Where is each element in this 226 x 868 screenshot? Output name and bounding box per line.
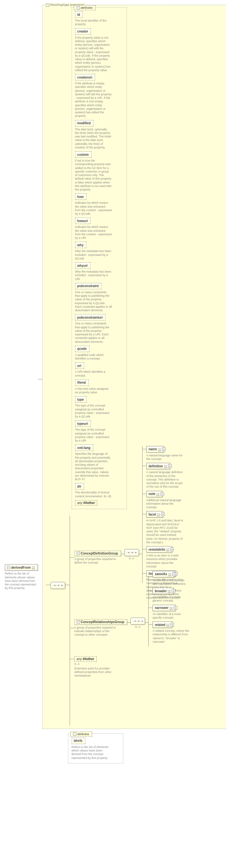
element-desc: A natural language definition of the sem… bbox=[146, 470, 183, 489]
multiline-icon bbox=[156, 492, 159, 496]
attr-dir[interactable]: dir bbox=[75, 483, 84, 490]
attr-desc: The directionality of textual content (e… bbox=[75, 491, 112, 498]
attr-desc: If the property value is not defined, sp… bbox=[75, 36, 112, 72]
extension-frame: − Flex1PropType (extension) − attributes… bbox=[42, 5, 226, 729]
root-desc: Refers to the ids of elements whose valu… bbox=[5, 572, 37, 590]
attr-desc: A qualified code which identifies a conc… bbox=[75, 353, 112, 361]
attr-desc: If set to true the corresponding propert… bbox=[75, 159, 112, 191]
attr-desc: One or many constraints that apply to pu… bbox=[75, 290, 112, 312]
attr-whyuri[interactable]: whyuri bbox=[75, 262, 90, 269]
concept-relationships-group[interactable]: − ConceptRelationshipsGroup bbox=[74, 619, 127, 625]
attr-desc: The type of the concept assigned as cont… bbox=[75, 404, 112, 418]
element-desc: Additional natural language information … bbox=[146, 499, 183, 509]
attr-id[interactable]: id bbox=[75, 11, 83, 18]
attr-desc: The type of the concept assigned as cont… bbox=[75, 428, 112, 442]
collapse-icon[interactable]: − bbox=[77, 620, 80, 623]
expand-icon[interactable]: + bbox=[160, 492, 164, 496]
attr-why[interactable]: why bbox=[75, 242, 86, 248]
attr-desc: Indicates by which means the value was e… bbox=[75, 201, 112, 216]
attr-desc: One or many constraints that apply to pu… bbox=[75, 322, 112, 344]
element-desc: In NAR 1.8 and later, facet is deprecate… bbox=[146, 519, 183, 544]
element-facet[interactable]: facet + bbox=[146, 511, 163, 518]
element-desc: An identifier of a concept with equivale… bbox=[152, 579, 189, 586]
attr-modified[interactable]: modified bbox=[75, 120, 94, 126]
attr-desc: Why the metadata has been included - exp… bbox=[75, 249, 112, 260]
attr-uri[interactable]: uri bbox=[75, 362, 84, 369]
multiline-icon bbox=[164, 464, 167, 468]
element-remoteInfo[interactable]: remoteInfo + bbox=[146, 546, 173, 553]
attr-desc: A URI which identifies a concept. bbox=[75, 370, 112, 377]
attr-qcode[interactable]: qcode bbox=[75, 346, 89, 352]
element-name[interactable]: name + bbox=[146, 446, 164, 453]
attr-literal[interactable]: literal bbox=[75, 379, 89, 386]
element-broader[interactable]: broader + bbox=[152, 588, 174, 594]
expand-icon[interactable]: + bbox=[162, 447, 166, 451]
attr-typeuri[interactable]: typeuri bbox=[75, 420, 91, 427]
multiline-icon bbox=[170, 606, 173, 610]
attr-type[interactable]: type bbox=[75, 396, 87, 403]
element-related[interactable]: related + bbox=[152, 621, 173, 628]
sequence-connector[interactable] bbox=[124, 549, 139, 556]
attr-howuri[interactable]: howuri bbox=[75, 218, 91, 224]
element-note[interactable]: note + bbox=[146, 491, 162, 497]
attr-pubconstraint[interactable]: pubconstraint bbox=[75, 283, 102, 289]
expand-icon[interactable]: + bbox=[173, 572, 176, 576]
attr-creatoruri[interactable]: creatoruri bbox=[75, 74, 96, 81]
concept-definition-group[interactable]: − ConceptDefinitionGroup bbox=[74, 551, 121, 556]
attr-xml:lang[interactable]: xml:lang bbox=[75, 444, 93, 451]
root-element-label: derivedFrom bbox=[11, 566, 31, 569]
attr-desc: A free-text value assigned as property v… bbox=[75, 387, 112, 395]
attributes-label[interactable]: − attributes bbox=[70, 732, 92, 737]
expand-icon[interactable]: + bbox=[172, 589, 175, 593]
diagram-root: − derivedFrom Refers to the ids of eleme… bbox=[5, 5, 221, 764]
attributes-label[interactable]: − attributes bbox=[74, 5, 96, 10]
attr-desc: If the attribute is empty, specifies whi… bbox=[75, 82, 112, 118]
collapse-icon[interactable]: − bbox=[73, 733, 76, 736]
any2-desc: Extension point for provider-defined pro… bbox=[74, 667, 116, 678]
attr-desc: Why the metadata has been included - exp… bbox=[75, 270, 112, 281]
multiline-icon bbox=[158, 447, 161, 451]
attr-how[interactable]: how bbox=[75, 193, 87, 200]
attr-pubconstrainturi[interactable]: pubconstrainturi bbox=[75, 314, 106, 320]
collapse-icon[interactable]: − bbox=[77, 6, 80, 9]
attr-creator[interactable]: creator bbox=[75, 28, 91, 35]
attr-desc: Indicates by which means the value was e… bbox=[75, 225, 112, 240]
attributes-frame-2: − attributes idrefs Refers to the ids of… bbox=[68, 734, 123, 764]
element-desc: An identifier of a more generic concept. bbox=[152, 595, 189, 603]
root-element[interactable]: − derivedFrom bbox=[5, 564, 38, 570]
attr-desc: Specifies the language of this property … bbox=[75, 452, 112, 481]
multiline-icon bbox=[168, 572, 172, 576]
collapse-icon[interactable]: − bbox=[46, 4, 49, 7]
element-desc: An identifier of a more specific concept… bbox=[152, 613, 189, 620]
expand-icon[interactable]: + bbox=[170, 548, 174, 551]
occurs: 0..∞ bbox=[135, 625, 140, 628]
occurs: 0..∞ bbox=[129, 557, 134, 560]
element-desc: A link to an item or a web resource whic… bbox=[146, 554, 183, 568]
group2-desc: A group of properties required to indica… bbox=[74, 626, 119, 637]
element-desc: A natural language name for the concept. bbox=[146, 454, 183, 461]
expand-icon[interactable]: + bbox=[161, 513, 165, 516]
sequence-connector[interactable] bbox=[50, 582, 65, 589]
attributes-frame-1: − attributes id The local identifier of … bbox=[72, 7, 127, 509]
multiline-icon bbox=[166, 623, 170, 627]
multiline-icon bbox=[167, 589, 171, 593]
attr-desc: The local identifier of the property. bbox=[75, 19, 112, 26]
expand-icon[interactable]: + bbox=[168, 464, 172, 468]
attr-custom[interactable]: custom bbox=[75, 151, 92, 158]
element-desc: A related concept, where the relationshi… bbox=[152, 629, 189, 644]
attr-idrefs[interactable]: idrefs bbox=[72, 738, 85, 744]
element-sameAs[interactable]: sameAs + bbox=[152, 571, 174, 578]
expand-icon[interactable]: + bbox=[171, 623, 174, 627]
any-other-element[interactable]: any ##other bbox=[74, 656, 97, 662]
element-narrower[interactable]: narrower + bbox=[152, 605, 176, 611]
multiline-icon bbox=[166, 548, 169, 551]
multiline-icon bbox=[157, 513, 160, 516]
any-attribute[interactable]: any ##other bbox=[75, 500, 97, 506]
sequence-connector[interactable] bbox=[130, 618, 145, 625]
element-definition[interactable]: definition + bbox=[146, 463, 170, 469]
occurs: 0..∞ bbox=[74, 662, 80, 665]
collapse-icon[interactable]: − bbox=[7, 566, 10, 569]
expand-icon[interactable]: + bbox=[174, 606, 177, 610]
attr-desc: Refers to the ids of elements which valu… bbox=[72, 745, 109, 760]
collapse-icon[interactable]: − bbox=[77, 552, 80, 555]
